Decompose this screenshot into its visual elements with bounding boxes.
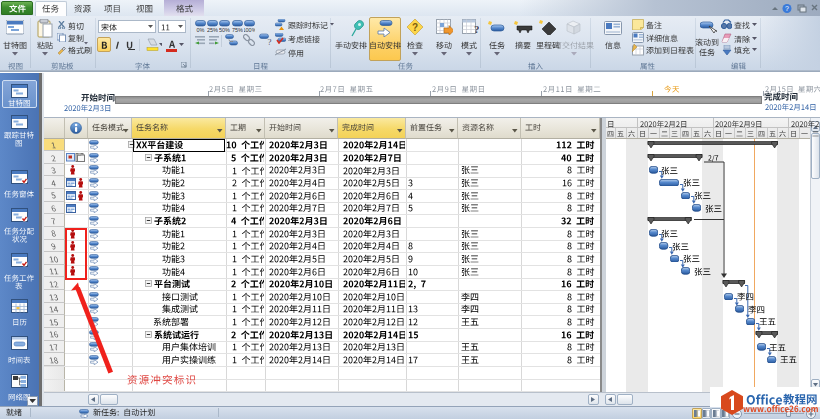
svg-text:?: ? xyxy=(474,23,479,35)
svg-text:75%: 75% xyxy=(232,27,243,33)
svg-text:?: ? xyxy=(785,5,789,12)
svg-text:50%: 50% xyxy=(219,27,230,33)
svg-text:?: ? xyxy=(268,37,272,46)
svg-text:?: ? xyxy=(412,22,418,33)
svg-text:25%: 25% xyxy=(207,27,218,33)
svg-text:100%: 100% xyxy=(244,27,255,33)
svg-text:0%: 0% xyxy=(196,27,204,33)
